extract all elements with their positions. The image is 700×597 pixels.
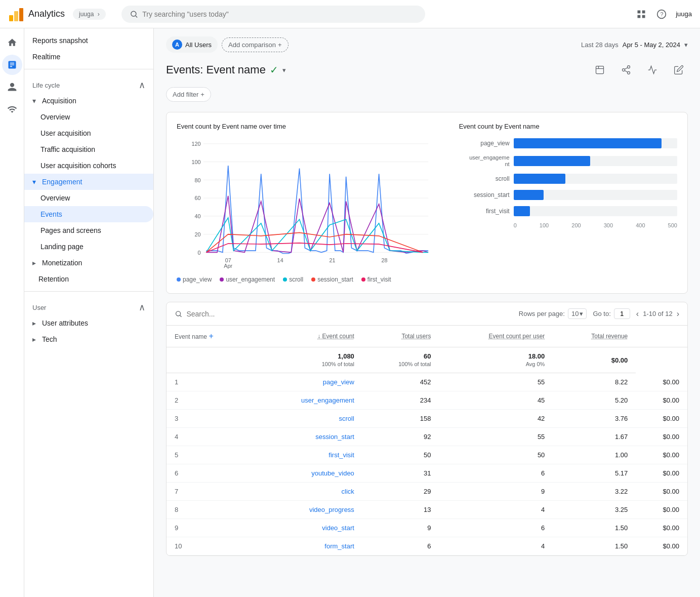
nav-acquisition-header[interactable]: ▾ Acquisition — [24, 93, 153, 109]
edit-button[interactable] — [670, 61, 688, 79]
date-range-selector[interactable]: Last 28 days Apr 5 - May 2, 2024 ▾ — [581, 41, 688, 49]
insights-button[interactable] — [643, 61, 662, 79]
monetization-expand-icon: ▸ — [32, 259, 36, 267]
main-content: A All Users Add comparison + Last 28 day… — [154, 28, 700, 597]
row-revenue-5: $0.00 — [636, 446, 687, 464]
search-input[interactable] — [142, 10, 417, 18]
title-actions — [591, 61, 688, 79]
sidebar-icon-analytics[interactable] — [2, 55, 22, 75]
legend-dot-first-visit — [361, 277, 365, 282]
nav-pages-and-screens[interactable]: Pages and screens — [24, 222, 153, 238]
row-count-per-user-3: 3.76 — [553, 410, 636, 428]
table-search-input[interactable] — [186, 310, 510, 318]
bar-track-user-engagement — [514, 156, 677, 166]
rows-per-page-select[interactable]: 10 ▾ — [568, 308, 587, 319]
table-row: 2 user_engagement 234 45 5.20 $0.00 — [167, 391, 687, 410]
row-event-count-6: 31 — [362, 464, 439, 483]
nav-reports-snapshot[interactable]: Reports snapshot — [24, 32, 153, 49]
th-event-count: ↓ Event count — [253, 326, 362, 347]
lifecycle-section-label[interactable]: Life cycle ∧ — [24, 73, 153, 93]
sidebar-icon-signal[interactable] — [2, 99, 22, 120]
add-comparison-button[interactable]: Add comparison + — [222, 37, 289, 52]
content-header: A All Users Add comparison + Last 28 day… — [166, 36, 688, 53]
nav-tech[interactable]: ▸ Tech — [24, 331, 153, 347]
nav-monetization-header[interactable]: ▸ Monetization — [24, 255, 153, 271]
row-count-per-user-9: 1.50 — [553, 519, 636, 537]
svg-point-3 — [131, 11, 136, 16]
row-link-9[interactable]: video_start — [322, 524, 354, 532]
nav-realtime[interactable]: Realtime — [24, 49, 153, 65]
row-link-3[interactable]: scroll — [339, 415, 354, 422]
row-link-5[interactable]: first_visit — [328, 451, 354, 459]
all-users-chip[interactable]: A All Users — [166, 36, 218, 53]
account-chip[interactable]: juuga › — [73, 9, 106, 20]
row-link-2[interactable]: user_engagement — [301, 396, 354, 404]
row-total-users-6: 6 — [439, 464, 553, 483]
nav-traffic-acquisition[interactable]: Traffic acquisition — [24, 141, 153, 157]
rows-per-page-label: Rows per page: — [519, 310, 565, 317]
row-total-users-2: 45 — [439, 391, 553, 410]
sidebar-icon-users[interactable] — [2, 77, 22, 97]
table-controls: Rows per page: 10 ▾ Go to: ‹ 1-10 of 12 … — [519, 308, 679, 319]
row-link-4[interactable]: session_start — [315, 433, 354, 441]
page-title-text: Events: Event name — [166, 63, 266, 76]
row-link-8[interactable]: video_progress — [309, 506, 354, 513]
sidebar-icon-home[interactable] — [2, 32, 22, 53]
bar-chart-title: Event count by Event name — [459, 123, 677, 130]
row-name-8: video_progress — [253, 501, 362, 519]
bar-fill-first-visit — [514, 206, 530, 216]
svg-rect-8 — [642, 15, 645, 18]
totals-label — [167, 347, 253, 373]
nav-retention[interactable]: Retention — [24, 271, 153, 287]
save-report-button[interactable] — [591, 61, 609, 79]
nav-acquisition-overview[interactable]: Overview — [24, 109, 153, 125]
bar-fill-user-engagement — [514, 156, 590, 166]
svg-rect-7 — [638, 15, 641, 18]
goto-input[interactable] — [614, 308, 630, 319]
help-icon[interactable]: ? — [655, 8, 668, 20]
row-event-count-2: 234 — [362, 391, 439, 410]
row-name-7: click — [253, 483, 362, 501]
user-attributes-expand-icon: ▸ — [32, 319, 36, 327]
search-bar[interactable] — [121, 6, 425, 23]
row-count-per-user-1: 8.22 — [553, 373, 636, 391]
user-avatar[interactable]: juuga — [676, 10, 692, 18]
add-comparison-label: Add comparison — [228, 41, 276, 49]
grid-icon[interactable] — [635, 8, 647, 20]
title-dropdown-icon[interactable]: ▾ — [282, 66, 286, 74]
nav-right: ? juuga — [635, 8, 692, 20]
share-button[interactable] — [617, 61, 635, 79]
add-filter-button[interactable]: Add filter + — [166, 87, 211, 102]
nav-engagement-header[interactable]: ▾ Engagement — [24, 174, 153, 190]
bar-chart: page_view user_engagement — [459, 138, 677, 228]
row-link-1[interactable]: page_view — [323, 378, 354, 386]
row-link-10[interactable]: form_start — [324, 542, 354, 550]
page-title-row: Events: Event name ✓ ▾ — [166, 61, 688, 79]
nav-landing-page[interactable]: Landing page — [24, 238, 153, 255]
nav-events[interactable]: Events — [24, 206, 153, 222]
bar-track-scroll — [514, 174, 677, 184]
pagination-next-button[interactable]: › — [677, 309, 679, 319]
bar-fill-scroll — [514, 174, 565, 184]
add-column-button[interactable]: + — [209, 332, 213, 340]
table-section: Rows per page: 10 ▾ Go to: ‹ 1-10 of 12 … — [166, 302, 688, 556]
nav-engagement-overview[interactable]: Overview — [24, 190, 153, 206]
legend-dot-scroll — [283, 277, 287, 282]
analytics-logo — [8, 6, 24, 22]
row-revenue-9: $0.00 — [636, 519, 687, 537]
table-search[interactable] — [175, 310, 511, 318]
row-name-4: session_start — [253, 428, 362, 446]
user-section-label[interactable]: User ∧ — [24, 296, 153, 315]
svg-point-16 — [628, 71, 630, 74]
row-num-7: 7 — [167, 483, 253, 501]
row-event-count-3: 158 — [362, 410, 439, 428]
row-link-7[interactable]: click — [342, 488, 354, 495]
pagination-prev-button[interactable]: ‹ — [636, 309, 639, 319]
nav-user-acquisition-cohorts[interactable]: User acquisition cohorts — [24, 157, 153, 174]
row-link-6[interactable]: youtube_video — [311, 469, 354, 477]
search-icon — [130, 10, 138, 19]
row-num-9: 9 — [167, 519, 253, 537]
nav-user-acquisition[interactable]: User acquisition — [24, 125, 153, 141]
nav-user-attributes[interactable]: ▸ User attributes — [24, 315, 153, 331]
table-toolbar: Rows per page: 10 ▾ Go to: ‹ 1-10 of 12 … — [167, 302, 687, 326]
